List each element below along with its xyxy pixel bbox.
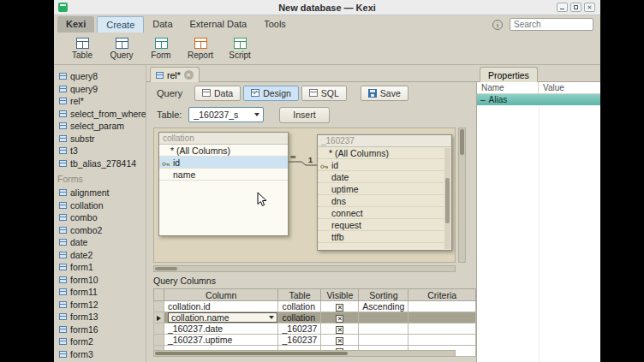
cell-visible[interactable] xyxy=(321,312,359,323)
tab-data[interactable]: Data xyxy=(144,16,181,33)
cell-visible[interactable] xyxy=(321,301,359,312)
document-tab-rel[interactable]: rel* xyxy=(150,67,200,82)
cell-sorting[interactable] xyxy=(359,335,408,346)
sidebar-item-select-from-where[interactable]: select_from_where xyxy=(54,108,146,121)
cell-column[interactable]: collation.name xyxy=(164,312,278,323)
sidebar-item-query9[interactable]: query9 xyxy=(54,83,146,96)
table-fields-scrollbar[interactable] xyxy=(444,148,450,249)
sidebar-item-combo2[interactable]: combo2 xyxy=(54,224,146,237)
column-header-visible[interactable]: Visible xyxy=(321,289,359,301)
tab-external-data[interactable]: External Data xyxy=(182,16,256,33)
design-table-field-dns[interactable]: dns xyxy=(318,195,451,207)
cell-column[interactable]: _160237.uptime xyxy=(164,335,278,346)
cell-criteria[interactable] xyxy=(408,301,476,312)
design-table-field-all-columns[interactable]: * (All Columns) xyxy=(159,145,288,157)
table-combobox[interactable]: _160237_s xyxy=(188,107,264,122)
cell-sorting[interactable] xyxy=(359,312,408,323)
property-row-alias[interactable]: Alias xyxy=(477,94,600,105)
design-table-title[interactable]: _160237 xyxy=(318,135,451,147)
sidebar-item-form16[interactable]: form16 xyxy=(54,323,146,336)
relation-canvas[interactable]: collation* (All Columns)idname _160237* … xyxy=(153,128,456,263)
cell-table[interactable]: _160237 xyxy=(278,335,321,346)
bottom-horizontal-scrollbar[interactable] xyxy=(153,350,456,357)
sidebar-item-tb-alias-278414[interactable]: tb_alias_278414 xyxy=(54,157,146,170)
design-table-field-ttfb[interactable]: ttfb xyxy=(318,231,451,243)
cell-column[interactable]: _160237.date xyxy=(164,323,278,335)
insert-button[interactable]: Insert xyxy=(279,107,329,123)
cell-table[interactable]: collation xyxy=(278,301,321,312)
canvas-horizontal-scrollbar[interactable] xyxy=(153,265,456,272)
visible-checkbox[interactable] xyxy=(336,304,343,312)
query-columns-row[interactable]: _160237.date_160237 xyxy=(154,323,476,335)
cell-table[interactable]: _160237 xyxy=(278,323,321,335)
query-columns-row[interactable]: collation.namecollation xyxy=(154,312,476,323)
design-table-field-all-columns[interactable]: * (All Columns) xyxy=(318,147,451,159)
design-table-field-id[interactable]: id xyxy=(318,159,451,171)
sidebar-item-form11[interactable]: form11 xyxy=(54,286,146,299)
sidebar-item-form1[interactable]: form1 xyxy=(54,261,146,274)
design-table-field-date[interactable]: date xyxy=(318,171,451,183)
visible-checkbox[interactable] xyxy=(336,337,343,345)
sidebar-item-query8[interactable]: query8 xyxy=(54,70,146,83)
sidebar-item-date[interactable]: date xyxy=(54,236,146,249)
search-input[interactable] xyxy=(510,18,593,31)
cell-sorting[interactable]: Ascending xyxy=(359,301,408,312)
design-table-field-request[interactable]: request xyxy=(318,219,451,231)
cell-criteria[interactable] xyxy=(408,335,476,346)
cell-table[interactable]: collation xyxy=(278,312,321,323)
sidebar-item-combo[interactable]: combo xyxy=(54,211,146,224)
column-header-sorting[interactable]: Sorting xyxy=(359,289,408,301)
sidebar-item-collation[interactable]: collation xyxy=(54,199,146,212)
tab-create[interactable]: Create xyxy=(97,16,144,33)
tab-close-icon[interactable] xyxy=(184,70,194,80)
sidebar-item-t3[interactable]: t3 xyxy=(54,145,146,157)
design-table-collation[interactable]: collation* (All Columns)idname xyxy=(158,132,289,236)
tab-kexi[interactable]: Kexi xyxy=(57,16,94,33)
titlebar[interactable]: New database — Kexi xyxy=(54,0,600,15)
visible-checkbox[interactable] xyxy=(336,315,343,323)
cell-criteria[interactable] xyxy=(408,312,476,323)
minimize-button[interactable] xyxy=(557,3,568,12)
design-table-160237[interactable]: _160237* (All Columns)iddateuptimednscon… xyxy=(317,134,452,251)
cell-column[interactable]: collation.id xyxy=(164,301,278,312)
sidebar-item-form13[interactable]: form13 xyxy=(54,311,146,323)
info-icon[interactable] xyxy=(492,20,503,30)
design-table-field-connect[interactable]: connect xyxy=(318,207,451,219)
visible-checkbox[interactable] xyxy=(336,326,343,334)
sidebar-item-select-param[interactable]: select_param xyxy=(54,120,146,133)
toolbar-item-query[interactable]: Query xyxy=(104,33,140,64)
column-header-table[interactable]: Table xyxy=(278,289,321,301)
maximize-button[interactable] xyxy=(570,3,581,12)
design-table-field-name[interactable]: name xyxy=(159,169,288,181)
query-columns-row[interactable]: _160237.uptime_160237 xyxy=(154,335,476,346)
view-button-design[interactable]: Design xyxy=(243,86,299,101)
toolbar-item-table[interactable]: Table xyxy=(64,33,100,64)
sidebar-item-form12[interactable]: form12 xyxy=(54,299,146,312)
cell-sorting[interactable] xyxy=(359,323,408,335)
design-table-title[interactable]: collation xyxy=(159,133,288,145)
sidebar-item-form2[interactable]: form2 xyxy=(54,335,146,348)
toolbar-item-script[interactable]: Script xyxy=(222,33,258,64)
sidebar-item-date2[interactable]: date2 xyxy=(54,249,146,262)
view-button-data[interactable]: Data xyxy=(194,86,241,101)
canvas-vertical-scrollbar[interactable] xyxy=(458,128,466,263)
column-header-criteria[interactable]: Criteria xyxy=(408,289,476,301)
properties-tab[interactable]: Properties xyxy=(480,67,538,82)
cell-visible[interactable] xyxy=(321,323,359,335)
toolbar-item-form[interactable]: Form xyxy=(143,33,179,64)
sidebar-item-form10[interactable]: form10 xyxy=(54,274,146,287)
design-table-field-id[interactable]: id xyxy=(159,157,288,169)
close-button[interactable] xyxy=(584,3,595,12)
design-table-field-uptime[interactable]: uptime xyxy=(318,183,451,195)
view-button-sql[interactable]: SQL xyxy=(301,86,347,101)
tab-tools[interactable]: Tools xyxy=(255,16,295,33)
cell-visible[interactable] xyxy=(321,335,359,346)
save-button[interactable]: Save xyxy=(361,86,408,101)
sidebar-item-alignment[interactable]: alignment xyxy=(54,187,146,199)
cell-criteria[interactable] xyxy=(408,323,476,335)
column-combobox[interactable]: collation.name xyxy=(168,312,278,323)
column-header-column[interactable]: Column xyxy=(164,289,278,301)
sidebar-item-form3[interactable]: form3 xyxy=(54,348,146,361)
sidebar-item-rel[interactable]: rel* xyxy=(54,95,146,108)
sidebar-item-substr[interactable]: substr xyxy=(54,133,146,145)
